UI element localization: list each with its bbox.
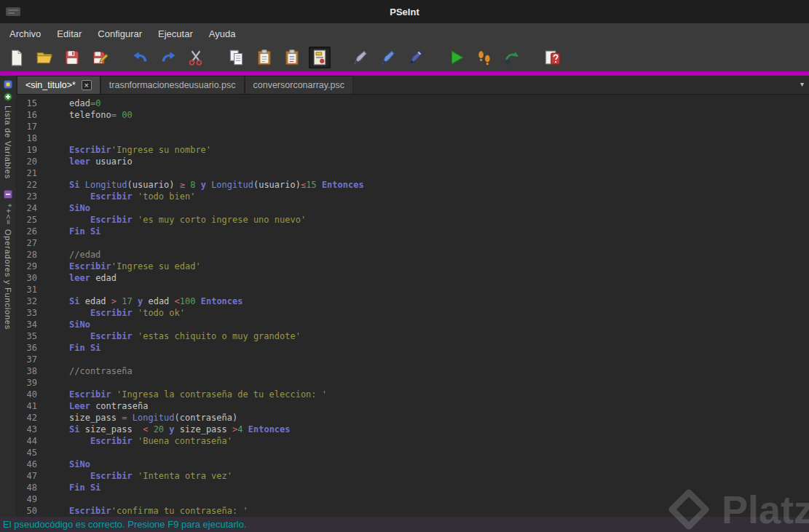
code-line: 17 xyxy=(17,121,809,132)
save-as-button[interactable] xyxy=(89,47,111,68)
copy-button[interactable] xyxy=(226,47,248,68)
tab-close-icon[interactable]: × xyxy=(82,80,92,90)
code-line: 22Si Longitud(usuario) ≥ 8 y Longitud(us… xyxy=(17,179,809,191)
line-number: 25 xyxy=(17,214,43,226)
code-line: 30leer edad xyxy=(17,272,809,284)
tab-list-dropdown-icon[interactable]: ▾ xyxy=(800,80,804,88)
line-number: 40 xyxy=(17,389,43,400)
code-text xyxy=(43,354,69,365)
line-number: 35 xyxy=(17,330,43,342)
code-line: 18 xyxy=(17,132,809,144)
pen-primary-icon xyxy=(352,49,369,66)
code-line: 23 Escribir 'todo bien' xyxy=(17,191,809,202)
run-selected-button[interactable] xyxy=(501,47,523,68)
code-editor[interactable]: 15edad=016telefono= 00171819Escribir'Ing… xyxy=(17,95,809,517)
code-text: Si size_pass < 20 y size_pass >4 Entonce… xyxy=(43,424,291,435)
code-text: Escribir 'todo bien' xyxy=(43,191,195,202)
code-line: 38//contraseña xyxy=(17,365,809,377)
code-line: 25 Escribir 'es muy corto ingrese uno nu… xyxy=(17,214,809,226)
open-file-button[interactable] xyxy=(33,47,55,68)
menu-ejecutar[interactable]: Ejecutar xyxy=(150,25,201,43)
code-line: 20leer usuario xyxy=(17,156,809,167)
line-number: 34 xyxy=(17,319,43,330)
menu-ayuda[interactable]: Ayuda xyxy=(201,25,244,43)
menu-configurar[interactable]: Configurar xyxy=(90,25,150,43)
flowchart-editor-button[interactable] xyxy=(309,47,331,68)
tab-label: conversorconarray.psc xyxy=(253,80,345,90)
menu-archivo[interactable]: Archivo xyxy=(1,25,49,43)
line-number: 16 xyxy=(17,109,43,121)
code-text: Si Longitud(usuario) ≥ 8 y Longitud(usua… xyxy=(43,179,364,191)
clipboard-special-icon xyxy=(283,49,301,66)
menu-editar[interactable]: Editar xyxy=(49,25,90,43)
clipboard-special-button[interactable] xyxy=(281,47,303,68)
save-file-button[interactable] xyxy=(61,47,83,68)
help-button[interactable] xyxy=(542,47,564,68)
code-line: 15edad=0 xyxy=(17,98,809,109)
pen-tertiary-button[interactable] xyxy=(405,47,427,68)
run-selected-icon xyxy=(503,49,521,66)
line-number: 15 xyxy=(17,98,43,109)
code-line: 46SiNo xyxy=(17,458,809,470)
code-text: Fin Si xyxy=(43,482,100,493)
code-line: 34SiNo xyxy=(17,319,809,330)
line-number: 50 xyxy=(17,505,43,517)
tab-1[interactable]: trasnformacionesdeusuario.psc xyxy=(100,76,245,94)
code-text: //contraseña xyxy=(43,365,133,377)
code-text: Escribir 'Buena contraseña' xyxy=(43,435,232,447)
pen-primary-button[interactable] xyxy=(350,47,371,68)
tab-bar: <sin_titulo>*×trasnformacionesdeusuario.… xyxy=(17,76,809,95)
code-text: SiNo xyxy=(43,319,90,330)
run-button[interactable] xyxy=(446,47,467,68)
line-number: 42 xyxy=(17,412,43,424)
status-bar: El pseudocódigo es correcto. Presione F9… xyxy=(0,517,809,532)
line-number: 31 xyxy=(17,284,43,295)
line-number: 19 xyxy=(17,144,43,156)
side-tab-operators[interactable]: *+<=Operadores y Funciones xyxy=(3,189,13,330)
side-tab-label: Operadores y Funciones xyxy=(4,229,12,330)
side-tab-label: Lista de Variables xyxy=(4,106,12,179)
tabs-container: <sin_titulo>*×trasnformacionesdeusuario.… xyxy=(17,76,353,94)
code-line: 19Escribir'Ingrese su nombre' xyxy=(17,144,809,156)
paste-button[interactable] xyxy=(253,47,275,68)
code-line: 47 Escribir 'Intenta otra vez' xyxy=(17,470,809,482)
step-by-step-button[interactable] xyxy=(473,47,495,68)
cut-button[interactable] xyxy=(185,47,207,68)
code-line: 28//edad xyxy=(17,249,809,261)
line-number: 37 xyxy=(17,354,43,365)
code-text: Escribir 'Ingresa la contraseña de tu el… xyxy=(43,389,327,400)
code-line: 50Escribir'confirma tu contraseña: ' xyxy=(17,505,809,517)
code-text xyxy=(43,167,69,179)
code-line: 42size_pass = Longitud(contraseña) xyxy=(17,412,809,424)
redo-button[interactable] xyxy=(157,47,179,68)
code-line: 36Fin Si xyxy=(17,342,809,354)
code-text xyxy=(43,377,69,389)
tab-0[interactable]: <sin_titulo>*× xyxy=(17,76,100,94)
code-line: 45 xyxy=(17,447,809,458)
line-number: 32 xyxy=(17,295,43,307)
undo-button[interactable] xyxy=(130,47,151,68)
tab-2[interactable]: conversorconarray.psc xyxy=(245,76,354,94)
code-text xyxy=(43,284,69,295)
code-line: 16telefono= 00 xyxy=(17,109,809,121)
new-file-button[interactable] xyxy=(6,47,28,68)
line-number: 30 xyxy=(17,272,43,284)
line-number: 46 xyxy=(17,458,43,470)
line-number: 49 xyxy=(17,493,43,505)
code-text xyxy=(43,447,69,458)
code-line: 32Si edad > 17 y edad <100 Entonces xyxy=(17,295,809,307)
side-tab-variables[interactable]: Lista de Variables xyxy=(3,79,13,179)
line-number: 21 xyxy=(17,167,43,179)
code-line: 41Leer contraseña xyxy=(17,400,809,412)
code-text: SiNo xyxy=(43,202,90,214)
line-number: 38 xyxy=(17,365,43,377)
line-number: 22 xyxy=(17,179,43,191)
pseint-window: PSeInt ArchivoEditarConfigurarEjecutarAy… xyxy=(0,0,809,532)
line-number: 17 xyxy=(17,121,43,132)
pen-secondary-button[interactable] xyxy=(377,47,399,68)
code-line: 44 Escribir 'Buena contraseña' xyxy=(17,435,809,447)
run-icon xyxy=(448,49,465,66)
code-text: Escribir'Ingrese su nombre' xyxy=(43,144,211,156)
code-line: 27 xyxy=(17,237,809,249)
variables-icon xyxy=(3,79,13,102)
